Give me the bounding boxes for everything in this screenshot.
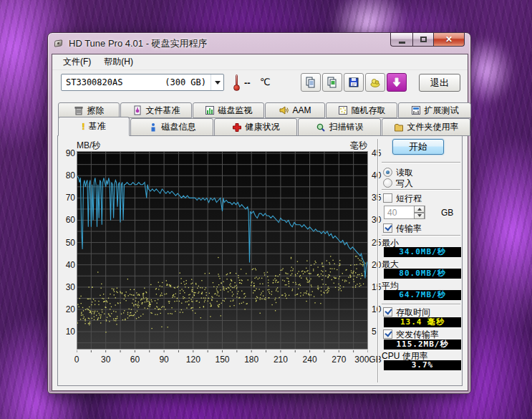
short-stroke-checkbox-icon [383, 193, 392, 203]
spinner-up-button[interactable] [414, 206, 425, 213]
transfer-rate-checkbox-icon [383, 223, 392, 233]
transfer-rate-checkbox[interactable]: 传输率 [383, 223, 422, 235]
error-scan-icon [316, 122, 326, 133]
drive-dropdown-button[interactable] [211, 74, 223, 90]
minimize-button[interactable] [390, 33, 412, 47]
burst-rate-checkbox-icon [383, 329, 392, 339]
close-button[interactable]: ✕ [433, 33, 465, 47]
trash-icon [74, 105, 84, 115]
spinner-down-button[interactable] [414, 213, 425, 220]
maximize-button[interactable] [412, 33, 433, 47]
tab-disk-info[interactable]: 磁盘信息 [130, 118, 213, 136]
max-value: 80.0MB/秒 [384, 269, 461, 279]
folder-icon [394, 122, 404, 133]
tab-disk-monitor[interactable]: 磁盘监视 [193, 102, 264, 118]
random-access-icon [338, 105, 348, 115]
check-updates-button[interactable] [387, 73, 407, 92]
y-axis-tick-label: 20 [59, 304, 75, 314]
min-value: 34.0MB/秒 [384, 247, 461, 257]
left-axis-title: MB/秒 [77, 140, 100, 152]
close-icon: ✕ [445, 34, 453, 44]
health-icon [232, 122, 242, 133]
window-title: HD Tune Pro 4.01 - 硬盘实用程序 [69, 37, 208, 50]
y2-axis-tick-label: 5 [372, 327, 377, 337]
burst-rate-value: 115.2MB/秒 [384, 339, 461, 350]
access-time-checkbox-icon [383, 307, 392, 317]
copy-screenshot-icon [327, 77, 338, 88]
benchmark-panel: MB/秒 毫秒 908070605040302010 4540353025201… [57, 135, 463, 386]
x-axis-tick-label: 210 [274, 355, 288, 365]
y-axis-tick-label: 10 [59, 327, 75, 337]
maximize-icon [420, 37, 427, 42]
x-axis-tick-label: 150 [215, 355, 229, 365]
y2-axis-tick-label: 30 [372, 215, 381, 225]
exit-button[interactable]: 退出 [419, 74, 460, 92]
radio-write-icon [383, 178, 392, 188]
x-axis-tick-label: 180 [244, 355, 258, 365]
y2-axis-tick-label: 45 [372, 148, 381, 158]
y-axis-tick-label: 30 [59, 282, 75, 292]
x-axis-tick-label: 60 [130, 355, 140, 365]
chevron-down-icon [215, 81, 221, 85]
x-axis-tick-label: 270 [332, 355, 346, 365]
radio-write[interactable]: 写入 [383, 178, 413, 190]
file-benchmark-icon [132, 105, 142, 115]
copy-text-button[interactable] [301, 73, 321, 92]
arrow-down-icon [417, 214, 422, 217]
minimize-icon [399, 42, 405, 44]
benchmark-chart [77, 151, 368, 354]
tab-health[interactable]: 健康状况 [214, 118, 297, 136]
separator [382, 304, 460, 305]
hd-tune-window: HD Tune Pro 4.01 - 硬盘实用程序 ✕ 文件(F) 帮助(H) … [47, 32, 471, 394]
capacity-unit-label: GB [441, 208, 453, 218]
y2-axis-tick-label: 25 [372, 238, 381, 248]
y-axis-tick-label: 70 [59, 193, 75, 203]
tab-folder-usage[interactable]: 文件夹使用率 [382, 118, 470, 136]
right-axis-title: 毫秒 [350, 140, 367, 152]
x-axis-tick-label: 0 [74, 355, 79, 365]
tab-error-scan[interactable]: 扫描错误 [298, 118, 381, 136]
toolbar [301, 73, 407, 92]
save-screenshot-button[interactable] [344, 73, 364, 92]
x-axis-tick-label: 240 [303, 355, 317, 365]
drive-name: ST3300820AS [62, 77, 165, 87]
copy-screenshot-button[interactable] [322, 73, 342, 92]
menu-help[interactable]: 帮助(H) [98, 54, 139, 69]
tab-random-access[interactable]: 随机存取 [326, 102, 397, 118]
menu-file[interactable]: 文件(F) [57, 54, 97, 69]
y-axis-tick-label: 50 [59, 238, 75, 248]
temperature-unit: ℃ [260, 77, 271, 87]
tab-erase[interactable]: 擦除 [58, 102, 120, 118]
access-time-value: 13.4 毫秒 [384, 317, 461, 327]
titlebar[interactable]: HD Tune Pro 4.01 - 硬盘实用程序 ✕ [48, 33, 470, 54]
separator [382, 189, 460, 191]
arrow-up-icon [417, 208, 422, 211]
x-axis-tick-label: 30 [101, 355, 110, 365]
menubar: 文件(F) 帮助(H) [52, 54, 468, 70]
short-stroke-checkbox[interactable]: 短行程 [383, 193, 422, 205]
tab-aam[interactable]: AAM [265, 102, 325, 118]
disk-monitor-icon [205, 105, 215, 115]
app-icon [54, 38, 64, 49]
donate-hand-icon [369, 77, 381, 88]
y-axis-tick-label: 80 [59, 170, 75, 180]
save-icon [348, 77, 359, 88]
tab-extended-test[interactable]: 扩展测试 [398, 102, 471, 118]
drive-selector[interactable]: ST3300820AS (300 GB) [61, 74, 224, 91]
speaker-icon [279, 105, 289, 115]
separator [382, 162, 460, 163]
y-axis-tick-label: 40 [59, 260, 75, 270]
copy-text-icon [305, 77, 316, 88]
start-button[interactable]: 开始 [392, 139, 444, 155]
tab-file-benchmark[interactable]: 文件基准 [120, 102, 192, 118]
donate-button[interactable] [365, 73, 385, 92]
update-arrow-icon [392, 77, 402, 87]
y2-axis-tick-label: 20 [372, 260, 381, 270]
y2-axis-tick-label: 40 [372, 170, 381, 180]
y-axis-tick-label: 60 [59, 215, 75, 225]
extended-test-icon [411, 105, 421, 115]
tab-benchmark[interactable]: ! 基准 [58, 117, 130, 136]
tab-row-bottom: ! 基准 磁盘信息 健康状况 扫描错误 文件夹使用率 [58, 118, 471, 136]
x-axis-tick-label: 90 [159, 355, 168, 365]
desktop: HD Tune Pro 4.01 - 硬盘实用程序 ✕ 文件(F) 帮助(H) … [0, 0, 532, 419]
